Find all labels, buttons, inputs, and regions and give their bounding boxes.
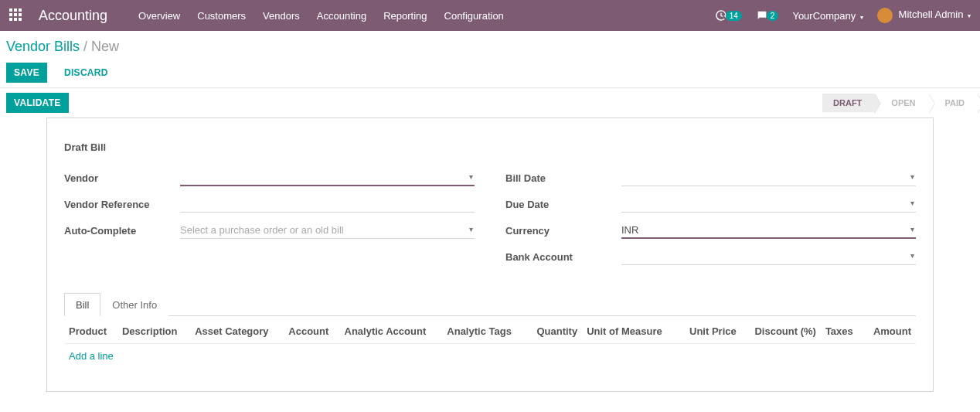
messages-icon[interactable]: 2 xyxy=(756,9,779,22)
form-grid: Vendor ▾ Vendor Reference Auto-Complete xyxy=(60,169,920,274)
user-menu[interactable]: Mitchell Admin ▾ xyxy=(877,8,971,23)
bank-account-field-wrap[interactable]: ▾ xyxy=(621,248,916,265)
tabs: Bill Other Info Product Description Asse… xyxy=(60,292,920,368)
user-name: Mitchell Admin xyxy=(899,9,964,20)
th-analytic-tags[interactable]: Analytic Tags xyxy=(442,319,526,344)
tab-other-info[interactable]: Other Info xyxy=(100,293,168,316)
row-vendor-ref: Vendor Reference xyxy=(64,195,475,213)
activity-icon[interactable]: 14 xyxy=(715,9,742,22)
chevron-down-icon: ▾ xyxy=(860,14,863,21)
bill-date-field[interactable] xyxy=(621,172,916,183)
apps-icon[interactable] xyxy=(9,9,23,22)
th-uom[interactable]: Unit of Measure xyxy=(582,319,678,344)
th-asset-category[interactable]: Asset Category xyxy=(190,319,284,344)
nav-overview[interactable]: Overview xyxy=(138,10,180,22)
due-date-field-wrap[interactable]: ▾ xyxy=(621,196,916,213)
chevron-down-icon: ▾ xyxy=(968,12,971,19)
label-bill-date: Bill Date xyxy=(505,172,621,184)
currency-field-wrap[interactable]: INR ▾ xyxy=(621,222,916,239)
sheet-wrap: Draft Bill Vendor ▾ Vendor Reference xyxy=(0,117,980,412)
save-button[interactable]: SAVE xyxy=(6,63,47,83)
validate-button[interactable]: VALIDATE xyxy=(6,93,69,113)
discard-button[interactable]: DISCARD xyxy=(56,63,116,83)
breadcrumb-current: New xyxy=(91,39,119,54)
nav-vendors[interactable]: Vendors xyxy=(263,10,300,22)
add-line-link[interactable]: Add a line xyxy=(69,350,114,362)
sheet-title: Draft Bill xyxy=(60,137,920,169)
nav-accounting[interactable]: Accounting xyxy=(317,10,366,22)
breadcrumb: Vendor Bills / New xyxy=(6,39,974,55)
form-col-left: Vendor ▾ Vendor Reference Auto-Complete xyxy=(64,169,475,274)
row-currency: Currency INR ▾ xyxy=(505,221,916,240)
status-open[interactable]: OPEN xyxy=(874,94,927,112)
avatar xyxy=(877,8,893,23)
breadcrumb-sep: / xyxy=(83,39,87,54)
table-row-add: Add a line xyxy=(64,344,916,369)
th-account[interactable]: Account xyxy=(284,319,339,344)
activity-count: 14 xyxy=(726,11,742,21)
status-paid[interactable]: PAID xyxy=(928,94,977,112)
company-name: YourCompany xyxy=(792,10,856,22)
top-navbar: Accounting Overview Customers Vendors Ac… xyxy=(0,0,980,31)
th-taxes[interactable]: Taxes xyxy=(821,319,863,344)
th-analytic-account[interactable]: Analytic Account xyxy=(340,319,443,344)
nav-links: Overview Customers Vendors Accounting Re… xyxy=(138,10,715,22)
bank-account-field[interactable] xyxy=(621,250,916,262)
vendor-ref-field-wrap[interactable] xyxy=(180,196,475,213)
row-autocomplete: Auto-Complete ▾ xyxy=(64,221,475,240)
lines-table: Product Description Asset Category Accou… xyxy=(64,319,916,368)
row-bill-date: Bill Date ▾ xyxy=(505,169,916,187)
tab-bill[interactable]: Bill xyxy=(64,293,100,316)
form-sheet: Draft Bill Vendor ▾ Vendor Reference xyxy=(46,117,934,392)
label-vendor: Vendor xyxy=(64,172,180,184)
status-arrows: DRAFT OPEN PAID xyxy=(822,94,977,112)
th-unit-price[interactable]: Unit Price xyxy=(678,319,741,344)
th-discount[interactable]: Discount (%) xyxy=(741,319,821,344)
label-autocomplete: Auto-Complete xyxy=(64,225,180,237)
th-product[interactable]: Product xyxy=(64,319,117,344)
statusbar-row: VALIDATE DRAFT OPEN PAID xyxy=(0,87,980,117)
status-draft[interactable]: DRAFT xyxy=(822,94,874,112)
subheader: Vendor Bills / New SAVE DISCARD xyxy=(0,31,980,87)
row-due-date: Due Date ▾ xyxy=(505,195,916,213)
row-bank-account: Bank Account ▾ xyxy=(505,247,916,266)
chevron-down-icon: ▾ xyxy=(910,225,914,233)
company-switcher[interactable]: YourCompany ▾ xyxy=(792,10,863,22)
row-vendor: Vendor ▾ xyxy=(64,169,475,187)
messages-count: 2 xyxy=(767,11,779,21)
label-vendor-ref: Vendor Reference xyxy=(64,199,180,210)
app-brand[interactable]: Accounting xyxy=(39,8,107,24)
nav-reporting[interactable]: Reporting xyxy=(383,10,427,22)
action-buttons: SAVE DISCARD xyxy=(6,63,974,83)
autocomplete-field-wrap[interactable]: ▾ xyxy=(180,222,475,239)
due-date-field[interactable] xyxy=(621,198,916,209)
vendor-field[interactable] xyxy=(180,172,475,183)
nav-right: 14 2 YourCompany ▾ Mitchell Admin ▾ xyxy=(715,8,971,23)
tab-header: Bill Other Info xyxy=(64,292,916,316)
label-due-date: Due Date xyxy=(505,199,621,210)
form-col-right: Bill Date ▾ Due Date ▾ Currency xyxy=(505,169,916,274)
label-currency: Currency xyxy=(505,225,621,237)
label-bank-account: Bank Account xyxy=(505,251,621,263)
vendor-ref-field[interactable] xyxy=(180,198,475,209)
vendor-field-wrap[interactable]: ▾ xyxy=(180,169,475,186)
autocomplete-field[interactable] xyxy=(180,224,475,236)
th-description[interactable]: Description xyxy=(117,319,190,344)
nav-customers[interactable]: Customers xyxy=(197,10,246,22)
th-amount[interactable]: Amount xyxy=(863,319,916,344)
breadcrumb-back[interactable]: Vendor Bills xyxy=(6,39,80,54)
nav-configuration[interactable]: Configuration xyxy=(444,10,504,22)
th-quantity[interactable]: Quantity xyxy=(526,319,582,344)
currency-value: INR xyxy=(621,224,638,236)
bill-date-field-wrap[interactable]: ▾ xyxy=(621,169,916,186)
